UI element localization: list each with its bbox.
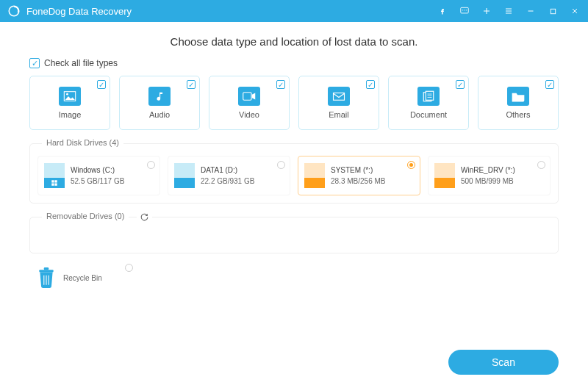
drive-radio[interactable]: [537, 161, 545, 169]
type-checkbox[interactable]: [366, 80, 375, 89]
svg-point-4: [464, 10, 465, 10]
check-all-checkbox[interactable]: [29, 58, 40, 68]
type-card-audio[interactable]: Audio: [119, 76, 200, 130]
type-card-image[interactable]: Image: [29, 76, 110, 130]
drive-name: WinRE_DRV (*:): [461, 165, 515, 176]
page-heading: Choose data type and location of lost da…: [29, 35, 559, 48]
type-label: Document: [410, 110, 447, 119]
recycle-bin-row[interactable]: Recycle Bin: [37, 267, 559, 289]
check-all-label: Check all file types: [44, 58, 118, 68]
drive-card-system[interactable]: SYSTEM (*:)28.3 MB/256 MB: [298, 156, 420, 195]
svg-rect-16: [54, 183, 57, 185]
app-title: FoneDog Data Recovery: [26, 6, 437, 17]
refresh-icon[interactable]: [137, 212, 152, 225]
drive-icon: [304, 163, 325, 188]
drive-card-d[interactable]: DATA1 (D:)22.2 GB/931 GB: [168, 156, 290, 195]
email-icon: [328, 87, 350, 106]
type-label: Video: [239, 110, 259, 119]
document-icon: [417, 87, 440, 106]
folder-icon: [507, 87, 529, 106]
svg-rect-18: [39, 270, 53, 272]
type-checkbox[interactable]: [187, 80, 196, 89]
svg-rect-14: [54, 180, 57, 182]
image-icon: [59, 87, 81, 106]
svg-rect-10: [334, 93, 345, 101]
type-checkbox[interactable]: [276, 80, 285, 89]
svg-point-8: [66, 93, 68, 96]
drive-icon: [434, 163, 455, 188]
drive-size: 52.5 GB/117 GB: [71, 176, 124, 187]
type-card-document[interactable]: Document: [388, 76, 469, 130]
type-label: Audio: [149, 110, 170, 119]
drive-size: 22.2 GB/931 GB: [201, 176, 254, 187]
drive-icon: [44, 163, 65, 188]
svg-rect-13: [51, 180, 54, 182]
hdd-section: Hard Disk Drives (4) Windows (C:)52.5 GB…: [29, 143, 559, 204]
feedback-icon[interactable]: [459, 5, 470, 17]
type-label: Email: [329, 110, 349, 119]
close-icon[interactable]: [569, 5, 581, 17]
type-label: Image: [59, 110, 82, 119]
drive-card-winre[interactable]: WinRE_DRV (*:)500 MB/999 MB: [428, 156, 551, 195]
type-label: Others: [506, 110, 530, 119]
file-type-grid: Image Audio Video Email Document Others: [29, 76, 559, 130]
maximize-icon[interactable]: [547, 5, 559, 17]
minimize-icon[interactable]: [525, 5, 537, 17]
type-checkbox[interactable]: [97, 80, 106, 89]
recycle-bin-label: Recycle Bin: [63, 274, 559, 282]
type-checkbox[interactable]: [545, 80, 554, 89]
scan-button[interactable]: Scan: [448, 350, 559, 375]
svg-point-5: [466, 10, 467, 10]
hdd-grid: Windows (C:)52.5 GB/117 GB DATA1 (D:)22.…: [37, 156, 551, 195]
removable-section: Removable Drives (0): [29, 217, 559, 253]
video-icon: [238, 87, 260, 106]
type-card-others[interactable]: Others: [478, 76, 559, 130]
facebook-icon[interactable]: [437, 5, 448, 17]
titlebar: FoneDog Data Recovery: [0, 0, 588, 22]
type-checkbox[interactable]: [456, 80, 465, 89]
drive-radio[interactable]: [147, 161, 155, 169]
type-card-email[interactable]: Email: [298, 76, 379, 130]
svg-point-3: [462, 10, 463, 10]
svg-rect-6: [551, 9, 555, 13]
hdd-section-title: Hard Disk Drives (4): [42, 138, 123, 147]
drive-radio[interactable]: [277, 161, 285, 169]
svg-rect-15: [51, 183, 54, 185]
drive-name: Windows (C:): [71, 165, 124, 176]
recycle-bin-icon: [37, 267, 56, 289]
menu-icon[interactable]: [503, 5, 514, 17]
drive-name: SYSTEM (*:): [331, 165, 385, 176]
drive-card-c[interactable]: Windows (C:)52.5 GB/117 GB: [37, 156, 160, 195]
plus-icon[interactable]: [481, 5, 492, 17]
svg-rect-19: [44, 267, 49, 270]
check-all-row[interactable]: Check all file types: [29, 58, 559, 68]
drive-name: DATA1 (D:): [201, 165, 254, 176]
drive-icon: [174, 163, 195, 188]
drive-radio[interactable]: [407, 161, 415, 169]
audio-icon: [148, 87, 171, 106]
drive-size: 500 MB/999 MB: [461, 176, 515, 187]
type-card-video[interactable]: Video: [209, 76, 290, 130]
recycle-radio[interactable]: [125, 264, 133, 272]
svg-rect-9: [243, 93, 251, 101]
removable-section-title: Removable Drives (0): [42, 212, 129, 220]
titlebar-controls: [437, 5, 581, 17]
drive-size: 28.3 MB/256 MB: [331, 176, 385, 187]
app-logo-icon: [7, 4, 21, 18]
